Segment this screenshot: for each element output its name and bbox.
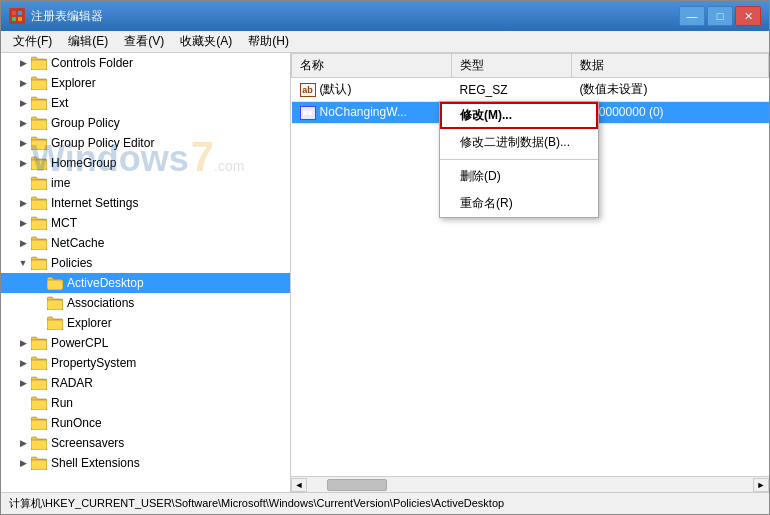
folder-icon [31, 356, 47, 370]
tree-item-group_policy_editor[interactable]: ▶ Group Policy Editor [1, 133, 290, 153]
expand-arrow[interactable]: ▶ [17, 377, 29, 389]
folder-icon [47, 316, 63, 330]
tree-item-runonce[interactable]: RunOnce [1, 413, 290, 433]
expand-arrow[interactable]: ▶ [17, 77, 29, 89]
reg-name: ab(默认) [292, 78, 452, 102]
menu-help[interactable]: 帮助(H) [240, 31, 297, 52]
tree-item-label: Policies [51, 256, 92, 270]
status-text: 计算机\HKEY_CURRENT_USER\Software\Microsoft… [9, 496, 504, 511]
folder-icon [31, 76, 47, 90]
tree-item-powercpl[interactable]: ▶ PowerCPL [1, 333, 290, 353]
context-menu-item[interactable]: 修改(M)... [440, 102, 598, 129]
tree-item-associations[interactable]: Associations [1, 293, 290, 313]
reg-data: (数值未设置) [572, 78, 769, 102]
maximize-button[interactable]: □ [707, 6, 733, 26]
tree-item-label: PropertySystem [51, 356, 136, 370]
expand-arrow[interactable]: ▶ [17, 237, 29, 249]
tree-item-explorer2[interactable]: Explorer [1, 313, 290, 333]
tree-item-label: Internet Settings [51, 196, 138, 210]
tree-item-label: RunOnce [51, 416, 102, 430]
tree-item-policies[interactable]: ▼ Policies [1, 253, 290, 273]
context-menu-item[interactable]: 修改二进制数据(B)... [440, 129, 598, 156]
expand-arrow[interactable]: ▶ [17, 457, 29, 469]
expand-arrow[interactable] [33, 277, 45, 289]
expand-arrow[interactable]: ▶ [17, 337, 29, 349]
minimize-button[interactable]: — [679, 6, 705, 26]
tree-item-label: Screensavers [51, 436, 124, 450]
tree-item-radar[interactable]: ▶ RADAR [1, 373, 290, 393]
expand-arrow[interactable] [33, 317, 45, 329]
expand-arrow[interactable] [33, 297, 45, 309]
tree-scroll[interactable]: ▶ Controls Folder▶ Explorer▶ Ext▶ Group … [1, 53, 290, 492]
window-icon [9, 8, 25, 24]
menu-file[interactable]: 文件(F) [5, 31, 60, 52]
menu-bar: 文件(F) 编辑(E) 查看(V) 收藏夹(A) 帮助(H) [1, 31, 769, 53]
folder-icon [31, 396, 47, 410]
tree-item-group_policy[interactable]: ▶ Group Policy [1, 113, 290, 133]
tree-item-label: Explorer [51, 76, 96, 90]
horizontal-scrollbar[interactable]: ◄ ► [291, 476, 769, 492]
tree-item-internet_settings[interactable]: ▶ Internet Settings [1, 193, 290, 213]
tree-item-screensavers[interactable]: ▶ Screensavers [1, 433, 290, 453]
scroll-right-btn[interactable]: ► [753, 478, 769, 492]
tree-item-active_desktop[interactable]: ActiveDesktop [1, 273, 290, 293]
folder-icon [31, 256, 47, 270]
right-panel: 名称 类型 数据 ab(默认) REG_SZ (数值未设置) ■■NoChang… [291, 53, 769, 492]
tree-item-explorer[interactable]: ▶ Explorer [1, 73, 290, 93]
tree-item-homegroup[interactable]: ▶ HomeGroup [1, 153, 290, 173]
tree-item-ext[interactable]: ▶ Ext [1, 93, 290, 113]
folder-icon [31, 136, 47, 150]
context-menu-item[interactable]: 删除(D) [440, 163, 598, 190]
expand-arrow[interactable] [17, 397, 29, 409]
close-button[interactable]: ✕ [735, 6, 761, 26]
expand-arrow[interactable]: ▶ [17, 437, 29, 449]
tree-panel: ▶ Controls Folder▶ Explorer▶ Ext▶ Group … [1, 53, 291, 492]
folder-icon [31, 456, 47, 470]
expand-arrow[interactable]: ▶ [17, 97, 29, 109]
folder-icon [31, 96, 47, 110]
menu-edit[interactable]: 编辑(E) [60, 31, 116, 52]
expand-arrow[interactable]: ▶ [17, 197, 29, 209]
tree-item-run[interactable]: Run [1, 393, 290, 413]
tree-item-label: RADAR [51, 376, 93, 390]
tree-item-controls[interactable]: ▶ Controls Folder [1, 53, 290, 73]
expand-arrow[interactable]: ▶ [17, 217, 29, 229]
window-title: 注册表编辑器 [31, 8, 679, 25]
folder-icon [31, 236, 47, 250]
expand-arrow[interactable]: ▶ [17, 57, 29, 69]
col-name: 名称 [292, 54, 452, 78]
tree-item-ime[interactable]: ime [1, 173, 290, 193]
expand-arrow[interactable] [17, 417, 29, 429]
folder-icon [31, 176, 47, 190]
main-content: ▶ Controls Folder▶ Explorer▶ Ext▶ Group … [1, 53, 769, 492]
folder-icon [31, 116, 47, 130]
reg-type: REG_SZ [452, 78, 572, 102]
menu-favorites[interactable]: 收藏夹(A) [172, 31, 240, 52]
scroll-thumb[interactable] [327, 479, 387, 491]
tree-item-property_system[interactable]: ▶ PropertySystem [1, 353, 290, 373]
tree-item-label: Group Policy Editor [51, 136, 154, 150]
tree-item-label: Controls Folder [51, 56, 133, 70]
tree-item-shell_extensions[interactable]: ▶ Shell Extensions [1, 453, 290, 473]
tree-item-netcache[interactable]: ▶ NetCache [1, 233, 290, 253]
context-menu-item[interactable]: 重命名(R) [440, 190, 598, 217]
expand-arrow[interactable]: ▶ [17, 357, 29, 369]
expand-arrow[interactable]: ▶ [17, 157, 29, 169]
context-menu: 修改(M)...修改二进制数据(B)...删除(D)重命名(R) [439, 101, 599, 218]
tree-item-mct[interactable]: ▶ MCT [1, 213, 290, 233]
folder-icon [31, 156, 47, 170]
tree-item-label: Associations [67, 296, 134, 310]
window-controls: — □ ✕ [679, 6, 761, 26]
expand-arrow[interactable] [17, 177, 29, 189]
expand-arrow[interactable]: ▶ [17, 117, 29, 129]
table-row[interactable]: ab(默认) REG_SZ (数值未设置) [292, 78, 769, 102]
menu-view[interactable]: 查看(V) [116, 31, 172, 52]
svg-rect-2 [12, 17, 16, 21]
folder-icon [31, 336, 47, 350]
tree-item-label: Explorer [67, 316, 112, 330]
main-window: 注册表编辑器 — □ ✕ 文件(F) 编辑(E) 查看(V) 收藏夹(A) 帮助… [0, 0, 770, 515]
ab-icon: ab [300, 83, 316, 97]
scroll-left-btn[interactable]: ◄ [291, 478, 307, 492]
expand-arrow[interactable]: ▼ [17, 257, 29, 269]
expand-arrow[interactable]: ▶ [17, 137, 29, 149]
